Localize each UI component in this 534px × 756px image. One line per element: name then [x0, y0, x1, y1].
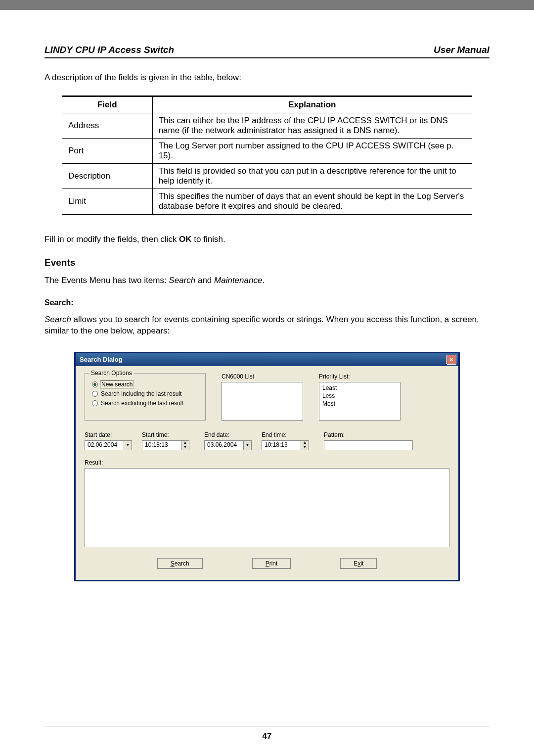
intro-text: A description of the fields is given in …: [44, 72, 490, 84]
events-i2: Maintenance: [214, 276, 262, 285]
col-header-explanation: Explanation: [152, 96, 472, 113]
dialog-mid-row: Start date: 02.06.2004 ▼ Start time: 10:…: [85, 431, 449, 450]
spinner-icon[interactable]: ▲▼: [181, 440, 189, 450]
list-item[interactable]: Less: [322, 392, 397, 400]
close-icon[interactable]: ×: [446, 355, 456, 365]
radio-icon: [92, 391, 98, 397]
events-line: The Events Menu has two items: Search an…: [44, 275, 490, 286]
cell-field: Limit: [62, 189, 152, 214]
search-para-italic: Search: [44, 315, 71, 324]
end-date-label: End date:: [204, 431, 252, 438]
fill-pre: Fill in or modify the fields, then click: [44, 235, 179, 244]
fields-table: Field Explanation Address This can eithe…: [62, 95, 472, 215]
fill-bold: OK: [179, 235, 192, 244]
result-label: Result:: [85, 459, 449, 466]
page: LINDY CPU IP Access Switch User Manual A…: [0, 10, 534, 756]
pattern-col: Pattern:: [324, 431, 413, 450]
page-footer: 47: [44, 726, 490, 741]
end-time-col: End time: 10:18:13 ▲▼: [262, 431, 309, 450]
table-row: Description This field is provided so th…: [62, 163, 472, 189]
cell-expl: This can either be the IP address of the…: [152, 113, 472, 138]
print-button[interactable]: Print: [252, 558, 291, 569]
end-date-col: End date: 03.06.2004 ▼: [204, 431, 252, 450]
start-time-input[interactable]: 10:18:13 ▲▼: [142, 440, 189, 450]
table-row: Port The Log Server port number assigned…: [62, 138, 472, 163]
events-pre: The Events Menu has two items:: [44, 276, 169, 285]
end-date-value[interactable]: 03.06.2004: [204, 440, 244, 450]
dialog-body: Search Options New search Search includi…: [76, 366, 458, 580]
search-subheading: Search:: [44, 298, 490, 307]
pattern-input[interactable]: [324, 440, 413, 450]
radio-label: Search including the last result: [101, 390, 181, 397]
fill-line: Fill in or modify the fields, then click…: [44, 234, 490, 245]
start-date-label: Start date:: [85, 431, 132, 438]
cell-expl: This specifies the number of days that a…: [152, 189, 472, 214]
dialog-titlebar: Search Dialog ×: [76, 353, 458, 366]
cell-field: Port: [62, 138, 152, 163]
exit-button[interactable]: Exit: [340, 558, 377, 569]
search-button[interactable]: Search: [157, 558, 203, 569]
result-listbox[interactable]: [85, 468, 449, 547]
cell-expl: This field is provided so that you can p…: [152, 163, 472, 189]
pattern-label: Pattern:: [324, 431, 413, 438]
fieldset-legend: Search Options: [89, 370, 134, 377]
radio-icon: [92, 381, 98, 387]
cell-field: Address: [62, 113, 152, 138]
priority-listbox[interactable]: Least Less Most: [319, 382, 400, 421]
search-paragraph: Search allows you to search for events c…: [44, 314, 490, 337]
events-i1: Search: [169, 276, 195, 285]
dialog-title: Search Dialog: [80, 356, 123, 363]
dialog-button-row: Search Print Exit: [85, 558, 449, 569]
events-post: .: [262, 276, 265, 285]
list-item[interactable]: Least: [322, 384, 397, 392]
radio-new-search[interactable]: New search: [92, 381, 198, 388]
header-right: User Manual: [434, 45, 490, 55]
start-time-col: Start time: 10:18:13 ▲▼: [142, 431, 189, 450]
page-number: 47: [263, 731, 272, 741]
spinner-icon[interactable]: ▲▼: [301, 440, 309, 450]
priority-column: Priority List: Least Less Most: [319, 373, 400, 421]
radio-icon: [92, 400, 98, 406]
chevron-down-icon[interactable]: ▼: [244, 440, 252, 450]
end-pair: End date: 03.06.2004 ▼ End time: 10:18:1…: [204, 431, 309, 450]
fill-post: to finish.: [192, 235, 225, 244]
radio-label: Search excluding the last result: [101, 400, 183, 407]
search-dialog: Search Dialog × Search Options New searc…: [74, 352, 460, 581]
start-date-value[interactable]: 02.06.2004: [85, 440, 124, 450]
table-row: Address This can either be the IP addres…: [62, 113, 472, 138]
cell-field: Description: [62, 163, 152, 189]
radio-include-last[interactable]: Search including the last result: [92, 390, 198, 397]
end-time-input[interactable]: 10:18:13 ▲▼: [262, 440, 309, 450]
events-mid: and: [195, 276, 214, 285]
events-heading: Events: [44, 257, 490, 268]
start-time-label: Start time:: [142, 431, 189, 438]
cell-expl: The Log Server port number assigned to t…: [152, 138, 472, 163]
priority-label: Priority List:: [319, 373, 400, 380]
list-item[interactable]: Most: [322, 400, 397, 408]
cn6000-column: CN6000 List: [222, 373, 303, 421]
start-pair: Start date: 02.06.2004 ▼ Start time: 10:…: [85, 431, 189, 450]
chevron-down-icon[interactable]: ▼: [124, 440, 132, 450]
radio-label: New search: [101, 381, 133, 388]
search-options-fieldset: Search Options New search Search includi…: [85, 373, 206, 421]
start-time-value[interactable]: 10:18:13: [142, 440, 181, 450]
doc-header: LINDY CPU IP Access Switch User Manual: [44, 45, 490, 58]
col-header-field: Field: [62, 96, 152, 113]
cn6000-label: CN6000 List: [222, 373, 303, 380]
radio-exclude-last[interactable]: Search excluding the last result: [92, 400, 198, 407]
table-row: Limit This specifies the number of days …: [62, 189, 472, 214]
dialog-wrapper: Search Dialog × Search Options New searc…: [44, 352, 490, 581]
start-date-col: Start date: 02.06.2004 ▼: [85, 431, 132, 450]
end-time-label: End time:: [262, 431, 309, 438]
end-date-input[interactable]: 03.06.2004 ▼: [204, 440, 252, 450]
dialog-top-row: Search Options New search Search includi…: [85, 373, 449, 421]
end-time-value[interactable]: 10:18:13: [262, 440, 301, 450]
search-para-rest: allows you to search for events containi…: [44, 315, 479, 335]
header-left: LINDY CPU IP Access Switch: [44, 45, 174, 55]
cn6000-listbox[interactable]: [222, 382, 303, 421]
start-date-input[interactable]: 02.06.2004 ▼: [85, 440, 132, 450]
